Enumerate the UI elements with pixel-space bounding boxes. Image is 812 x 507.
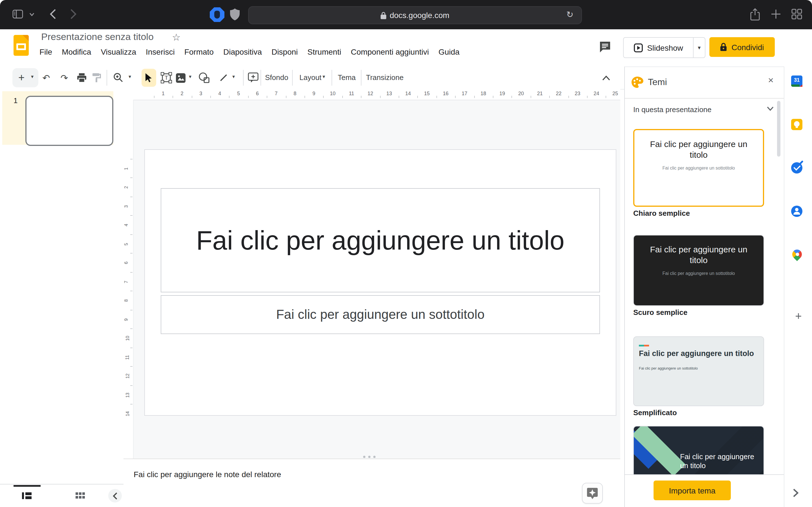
grid-view-icon[interactable]	[75, 492, 85, 499]
add-comment-button[interactable]	[246, 71, 260, 84]
redo-button[interactable]: ↷	[57, 71, 71, 84]
h-ruler-number: 18	[480, 91, 486, 96]
horizontal-ruler: 1234567891011121314151617181920212223242…	[123, 89, 620, 100]
share-label: Condividi	[731, 43, 764, 52]
hide-side-panel-icon[interactable]	[793, 489, 799, 497]
address-bar[interactable]: docs.google.com ↻	[248, 6, 582, 24]
browser-topbar: docs.google.com ↻	[0, 0, 812, 29]
title-placeholder-box[interactable]: Fai clic per aggiungere un titolo	[161, 188, 600, 292]
in-this-presentation-row[interactable]: In questa presentazione	[625, 98, 784, 121]
google-tasks-icon[interactable]	[791, 162, 802, 173]
google-contacts-icon[interactable]	[791, 206, 802, 217]
reload-icon[interactable]: ↻	[566, 10, 573, 20]
slideshow-label: Slideshow	[647, 43, 683, 52]
insert-image-button[interactable]	[174, 71, 187, 84]
slides-logo-icon[interactable]	[13, 35, 29, 56]
star-icon[interactable]: ☆	[172, 32, 181, 43]
h-ruler-number: 17	[462, 91, 467, 96]
add-addon-icon[interactable]: +	[784, 310, 812, 323]
text-box-button[interactable]: T	[160, 71, 173, 84]
collapse-toolbar-icon[interactable]	[599, 71, 613, 84]
collapse-filmstrip-button[interactable]	[108, 489, 122, 503]
content-blocker-extension-icon[interactable]	[210, 7, 224, 22]
filmstrip-view-icon[interactable]	[22, 492, 32, 500]
menu-guida[interactable]: Guida	[439, 47, 460, 56]
sidebar-toggle-icon[interactable]	[12, 10, 23, 18]
menu-visualizza[interactable]: Visualizza	[101, 47, 136, 56]
slideshow-options-arrow[interactable]: ▾	[694, 38, 705, 57]
speaker-notes-placeholder[interactable]: Fai clic per aggiungere le note del rela…	[134, 470, 281, 479]
h-ruler-number: 25	[612, 91, 618, 96]
menu-strumenti[interactable]: Strumenti	[307, 47, 341, 56]
speaker-notes-region: Fai clic per aggiungere le note del rela…	[123, 459, 620, 507]
sidebar-chevron-down-icon[interactable]	[29, 12, 35, 16]
h-ruler-number: 2	[181, 91, 184, 96]
close-icon[interactable]: ×	[764, 74, 777, 87]
themes-panel-header: Temi ×	[625, 67, 784, 99]
subtitle-placeholder-box[interactable]: Fai clic per aggiungere un sottotitolo	[161, 295, 600, 334]
active-view-indicator	[13, 485, 41, 487]
theme-button[interactable]: Tema	[338, 73, 356, 82]
back-icon[interactable]	[50, 8, 56, 20]
forward-icon[interactable]	[70, 8, 77, 20]
background-button[interactable]: Sfondo	[265, 73, 288, 82]
menu-diapositiva[interactable]: Diapositiva	[223, 47, 262, 56]
zoom-button[interactable]	[112, 71, 125, 84]
url-text: docs.google.com	[390, 11, 449, 20]
theme-card-semplificato[interactable]: Fai clic per aggiungere un titolo Fai cl…	[633, 336, 764, 406]
document-title[interactable]: Presentazione senza titolo	[41, 32, 154, 43]
app-header: Presentazione senza titolo ☆ FileModific…	[0, 29, 812, 66]
google-calendar-icon[interactable]: 31	[791, 75, 802, 87]
h-ruler-number: 8	[294, 91, 296, 96]
insert-shape-button[interactable]	[197, 71, 211, 84]
google-keep-icon[interactable]	[791, 119, 802, 130]
print-button[interactable]	[75, 71, 89, 84]
insert-line-button[interactable]	[216, 71, 230, 84]
layout-dropdown-icon[interactable]: ▾	[322, 74, 325, 79]
notes-resize-handle[interactable]	[363, 456, 375, 458]
lock-icon	[720, 43, 727, 51]
menu-disponi[interactable]: Disponi	[271, 47, 298, 56]
new-slide-button[interactable]: +	[15, 71, 28, 84]
gemini-notes-button[interactable]	[582, 483, 603, 504]
menu-formato[interactable]: Formato	[185, 47, 214, 56]
new-slide-dropdown-icon[interactable]: ▾	[31, 74, 34, 79]
google-maps-icon[interactable]	[790, 247, 804, 261]
filmstrip-panel: 1	[0, 89, 124, 507]
lock-icon	[380, 11, 386, 19]
slide-editor[interactable]: Fai clic per aggiungere un titolo Fai cl…	[144, 149, 616, 416]
paint-format-button[interactable]	[90, 71, 103, 84]
panel-scrollbar-thumb[interactable]	[777, 101, 780, 157]
theme-card-material[interactable]: Fai clic per aggiungere un titolo	[633, 426, 764, 474]
share-icon[interactable]	[750, 8, 760, 21]
comments-icon[interactable]	[599, 41, 611, 53]
zoom-dropdown-icon[interactable]: ▾	[129, 74, 131, 79]
transition-button[interactable]: Transizione	[366, 73, 403, 82]
new-tab-icon[interactable]	[770, 8, 781, 20]
section-label: In questa presentazione	[633, 105, 712, 114]
menu-inserisci[interactable]: Inserisci	[146, 47, 175, 56]
h-ruler-number: 24	[594, 91, 599, 96]
h-ruler-number: 10	[330, 91, 336, 96]
v-ruler-number: 6	[124, 262, 129, 264]
theme-card-chiaro-semplice[interactable]: Fai clic per aggiungere un titolo Fai cl…	[633, 129, 764, 207]
slideshow-play-icon	[633, 43, 643, 52]
share-document-button[interactable]: Condividi	[709, 37, 775, 57]
menu-componenti-aggiuntivi[interactable]: Componenti aggiuntivi	[351, 47, 429, 56]
slide-thumbnail[interactable]	[26, 96, 113, 146]
line-dropdown-icon[interactable]: ▾	[232, 74, 235, 79]
selected-slide-row[interactable]: 1	[2, 91, 113, 145]
menu-file[interactable]: File	[40, 47, 52, 56]
import-theme-button[interactable]: Importa tema	[654, 481, 731, 500]
chevron-down-icon	[767, 107, 774, 111]
image-dropdown-icon[interactable]: ▾	[189, 74, 192, 79]
layout-button[interactable]: Layout	[299, 73, 321, 82]
menu-bar: FileModificaVisualizzaInserisciFormatoDi…	[40, 47, 460, 56]
undo-button[interactable]: ↶	[40, 71, 53, 84]
slideshow-button[interactable]: Slideshow	[624, 38, 694, 57]
shield-extension-icon[interactable]	[230, 8, 240, 21]
select-tool-button[interactable]	[142, 71, 156, 84]
menu-modifica[interactable]: Modifica	[62, 47, 91, 56]
theme-card-scuro-semplice[interactable]: Fai clic per aggiungere un titolo Fai cl…	[633, 235, 764, 306]
tab-overview-icon[interactable]	[791, 8, 802, 20]
